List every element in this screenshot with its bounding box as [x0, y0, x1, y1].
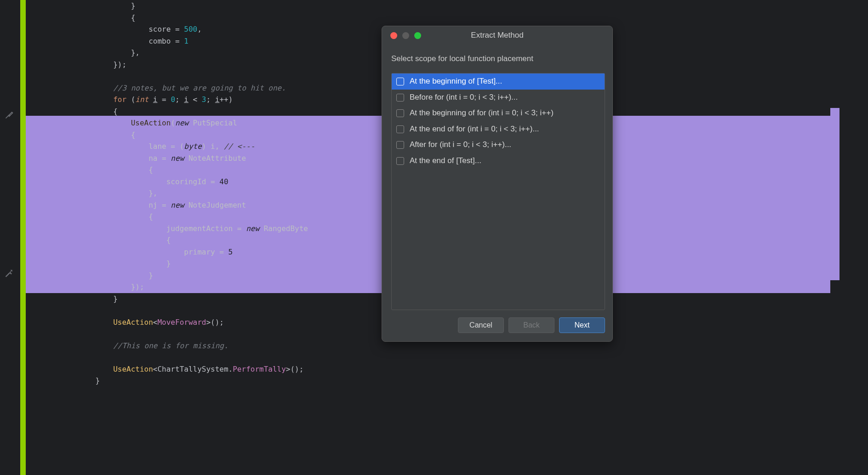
checkbox-icon[interactable]: [396, 94, 404, 102]
marker-selection: [830, 108, 839, 280]
dialog-footer: Cancel Back Next: [382, 310, 612, 341]
traffic-lights: [382, 32, 421, 39]
brush-icon[interactable]: [5, 110, 14, 119]
checkbox-icon[interactable]: [396, 78, 404, 85]
minimize-icon: [402, 32, 409, 39]
scope-option[interactable]: At the end of for (int i = 0; i < 3; i++…: [392, 121, 605, 137]
code-line[interactable]: }: [42, 375, 830, 387]
right-markers: [830, 0, 839, 475]
checkbox-icon[interactable]: [396, 109, 404, 117]
close-icon[interactable]: [390, 32, 397, 39]
vcs-change-bar: [20, 0, 26, 475]
scope-option[interactable]: Before for (int i = 0; i < 3; i++)...: [392, 90, 605, 106]
dialog-titlebar[interactable]: Extract Method: [382, 26, 612, 45]
option-label: At the end of for (int i = 0; i < 3; i++…: [410, 123, 539, 135]
left-gutter: [0, 0, 20, 475]
hammer-icon[interactable]: [5, 269, 14, 278]
option-label: At the beginning of for (int i = 0; i < …: [410, 107, 554, 119]
next-button[interactable]: Next: [559, 317, 605, 333]
option-label: At the beginning of [Test]...: [410, 75, 502, 87]
option-label: At the end of [Test]...: [410, 155, 481, 167]
scope-option[interactable]: At the beginning of [Test]...: [392, 74, 605, 90]
scope-option[interactable]: At the beginning of for (int i = 0; i < …: [392, 105, 605, 121]
maximize-icon[interactable]: [414, 32, 421, 39]
checkbox-icon[interactable]: [396, 125, 404, 133]
scope-option[interactable]: After for (int i = 0; i < 3; i++)...: [392, 137, 605, 153]
scope-options-list[interactable]: At the beginning of [Test]...Before for …: [391, 73, 605, 310]
code-line[interactable]: [42, 351, 830, 363]
scope-option[interactable]: At the end of [Test]...: [392, 153, 605, 169]
dialog-instruction: Select scope for local function placemen…: [391, 53, 605, 65]
back-button: Back: [508, 317, 554, 333]
checkbox-icon[interactable]: [396, 141, 404, 149]
right-spacer: [839, 0, 868, 475]
checkbox-icon[interactable]: [396, 157, 404, 165]
code-line[interactable]: {: [42, 12, 830, 24]
option-label: After for (int i = 0; i < 3; i++)...: [410, 139, 511, 151]
dialog-body: Select scope for local function placemen…: [382, 45, 612, 310]
cancel-button[interactable]: Cancel: [458, 317, 504, 333]
code-line[interactable]: UseAction<ChartTallySystem.PerformTally>…: [42, 363, 830, 375]
code-line[interactable]: }: [42, 0, 830, 12]
extract-method-dialog: Extract Method Select scope for local fu…: [382, 26, 613, 342]
option-label: Before for (int i = 0; i < 3; i++)...: [410, 91, 518, 103]
